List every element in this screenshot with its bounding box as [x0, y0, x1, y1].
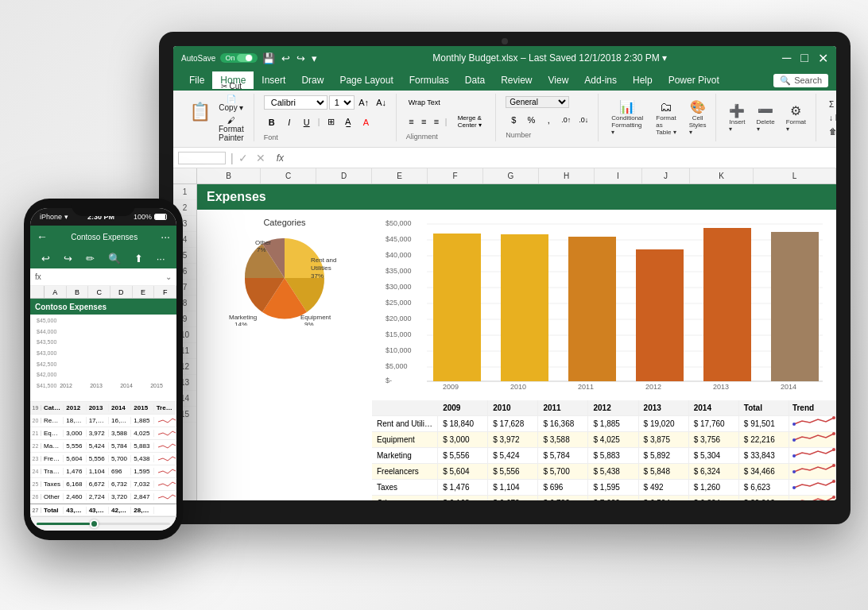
phone-formula-chevron[interactable]: ⌄: [165, 272, 172, 281]
phone-cell-2-3[interactable]: 5,784: [109, 442, 131, 450]
table-cell-4-6[interactable]: $ 1,260: [689, 480, 739, 496]
table-cell-1-6[interactable]: $ 3,756: [689, 432, 739, 448]
cell-styles-btn[interactable]: 🎨 Cell Styles ▾: [686, 98, 710, 137]
phone-cell-4-2[interactable]: 1,104: [87, 468, 109, 475]
phone-redo-icon[interactable]: ↪: [64, 253, 72, 264]
phone-cell-1-3[interactable]: 3,588: [109, 430, 131, 437]
copy-button[interactable]: 📄 Copy ▾: [215, 93, 247, 114]
table-cell-2-0[interactable]: Marketing: [372, 448, 438, 464]
menu-add-ins[interactable]: Add-ins: [576, 71, 625, 89]
table-cell-5-4[interactable]: $ 7,032: [588, 496, 638, 501]
border-button[interactable]: ⊞: [323, 114, 339, 130]
customize-icon[interactable]: ▾: [312, 52, 317, 64]
phone-cell-0-5[interactable]: [154, 415, 176, 427]
table-cell-0-3[interactable]: $ 16,368: [538, 416, 588, 432]
menu-view[interactable]: View: [541, 71, 577, 89]
table-cell-1-2[interactable]: $ 3,972: [488, 432, 538, 448]
phone-cell-0-4[interactable]: 1,885: [131, 417, 153, 424]
phone-cell-0-1[interactable]: 18,840: [64, 417, 86, 424]
phone-cell-3-2[interactable]: 5,556: [87, 455, 109, 462]
menu-draw[interactable]: Draw: [293, 71, 331, 89]
table-cell-0-0[interactable]: Rent and Utilities: [372, 416, 438, 432]
paste-button[interactable]: 📋: [186, 100, 214, 124]
phone-cell-4-3[interactable]: 696: [109, 468, 131, 475]
table-cell-1-3[interactable]: $ 3,588: [538, 432, 588, 448]
phone-cell-2-0[interactable]: Marketing: [41, 442, 64, 450]
close-icon[interactable]: ✕: [818, 51, 828, 66]
phone-cell-5-4[interactable]: 7,032: [131, 481, 153, 488]
font-color-button[interactable]: A: [358, 114, 374, 130]
undo-icon[interactable]: ↩: [281, 52, 290, 64]
format-painter-button[interactable]: 🖌 Format Painter: [215, 114, 247, 144]
table-cell-1-7[interactable]: $ 22,216: [739, 432, 789, 448]
table-cell-4-3[interactable]: $ 696: [538, 480, 588, 496]
currency-btn[interactable]: $: [506, 112, 521, 128]
table-cell-3-7[interactable]: $ 34,466: [739, 464, 789, 480]
autosave-toggle[interactable]: On: [220, 53, 258, 63]
font-size-selector[interactable]: 11: [329, 95, 355, 110]
table-cell-4-4[interactable]: $ 1,595: [588, 480, 638, 496]
slider-thumb[interactable]: [90, 519, 99, 528]
number-format-selector[interactable]: General: [506, 96, 569, 108]
phone-share-icon[interactable]: ⬆: [134, 253, 143, 264]
redo-icon[interactable]: ↪: [296, 52, 305, 64]
italic-button[interactable]: I: [281, 114, 297, 130]
phone-cell-3-4[interactable]: 5,438: [131, 455, 153, 462]
table-cell-0-1[interactable]: $ 18,840: [438, 416, 488, 432]
phone-cell-0-3[interactable]: 16,368: [109, 417, 131, 424]
insert-cells-btn[interactable]: ➕ Insert ▾: [726, 102, 748, 134]
phone-cell-0-0[interactable]: Rent and Utilities: [41, 417, 64, 424]
table-cell-5-7[interactable]: $ 39,912: [739, 496, 789, 501]
table-cell-2-6[interactable]: $ 5,304: [689, 448, 739, 464]
phone-cell-5-0[interactable]: Taxes: [41, 481, 64, 488]
table-cell-3-3[interactable]: $ 5,700: [538, 464, 588, 480]
menu-formulas[interactable]: Formulas: [401, 71, 457, 89]
fill-color-button[interactable]: A̲: [340, 114, 356, 130]
phone-cell-7-3[interactable]: 42,588 $: [109, 507, 131, 514]
table-cell-1-0[interactable]: Equipment: [372, 432, 438, 448]
table-cell-3-5[interactable]: $ 5,848: [639, 464, 689, 480]
checkmark-icon[interactable]: ✓: [238, 152, 248, 164]
table-cell-5-3[interactable]: $ 6,732: [538, 496, 588, 501]
maximize-icon[interactable]: □: [800, 51, 808, 66]
cut-button[interactable]: ✂ Cut: [215, 80, 247, 92]
table-cell-3-6[interactable]: $ 6,324: [689, 464, 739, 480]
phone-cell-6-0[interactable]: Other: [41, 493, 64, 500]
phone-cell-2-1[interactable]: 5,556: [64, 442, 86, 450]
table-cell-1-4[interactable]: $ 4,025: [588, 432, 638, 448]
table-cell-5-8[interactable]: [789, 494, 836, 500]
table-cell-3-4[interactable]: $ 5,438: [588, 464, 638, 480]
phone-cell-3-0[interactable]: Freelancers: [41, 455, 64, 462]
slider-track[interactable]: [37, 523, 170, 525]
autosave-toggle-switch[interactable]: [237, 54, 253, 62]
table-cell-0-5[interactable]: $ 19,020: [639, 416, 689, 432]
table-cell-2-1[interactable]: $ 5,556: [438, 448, 488, 464]
phone-cell-7-1[interactable]: 43,104 $: [64, 507, 86, 514]
phone-cell-5-2[interactable]: 6,672: [87, 481, 109, 488]
phone-cell-0-2[interactable]: 17,628: [87, 417, 109, 424]
bold-button[interactable]: B: [264, 114, 280, 130]
phone-cell-1-0[interactable]: Equipment: [41, 430, 64, 437]
percent-btn[interactable]: %: [523, 112, 539, 128]
menu-review[interactable]: Review: [493, 71, 540, 89]
table-cell-4-5[interactable]: $ 492: [639, 480, 689, 496]
phone-cell-1-1[interactable]: 3,000: [64, 430, 86, 437]
dec-decrease-btn[interactable]: .0↓: [575, 112, 591, 128]
phone-cell-6-3[interactable]: 3,720: [109, 493, 131, 500]
menu-data[interactable]: Data: [457, 71, 493, 89]
table-cell-5-0[interactable]: Other: [372, 496, 438, 501]
search-box[interactable]: 🔍 Search: [773, 74, 828, 87]
phone-more-button[interactable]: ···: [161, 230, 170, 243]
phone-cell-5-1[interactable]: 6,168: [64, 481, 86, 488]
underline-button[interactable]: U: [299, 114, 315, 130]
table-cell-0-2[interactable]: $ 17,628: [488, 416, 538, 432]
comma-btn[interactable]: ,: [541, 112, 556, 128]
phone-cell-2-5[interactable]: [154, 441, 176, 452]
cancel-icon[interactable]: ✕: [256, 152, 265, 164]
formula-input[interactable]: [289, 152, 831, 164]
phone-search-icon[interactable]: 🔍: [108, 253, 121, 264]
phone-cell-5-5[interactable]: [154, 479, 176, 490]
table-cell-0-4[interactable]: $ 1,885: [588, 416, 638, 432]
merge-center-button[interactable]: Merge & Center ▾: [450, 114, 489, 129]
table-cell-2-7[interactable]: $ 33,843: [739, 448, 789, 464]
